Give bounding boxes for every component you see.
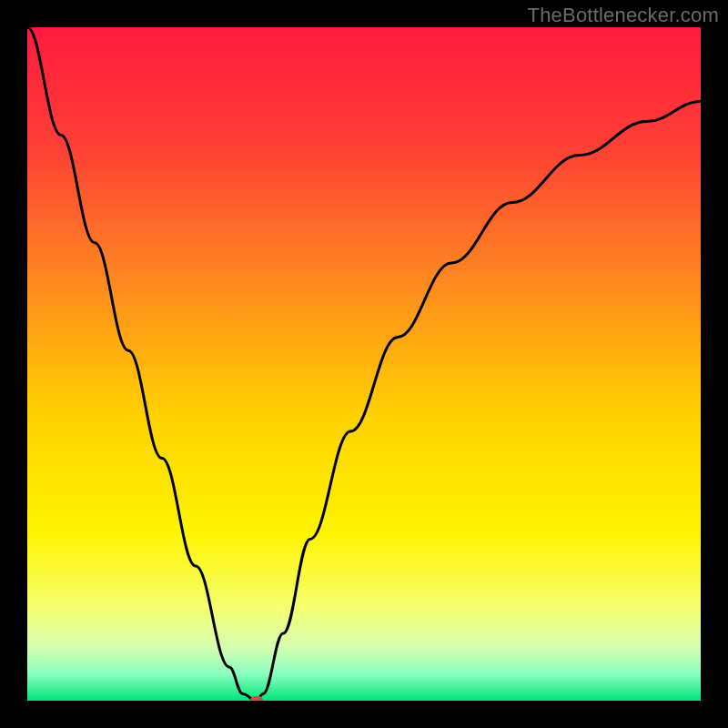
watermark-text: TheBottlenecker.com <box>528 4 719 27</box>
chart-frame: TheBottlenecker.com <box>0 0 728 728</box>
plot-area <box>27 27 701 701</box>
bottleneck-curve <box>27 27 701 701</box>
optimal-point-marker <box>250 696 263 701</box>
